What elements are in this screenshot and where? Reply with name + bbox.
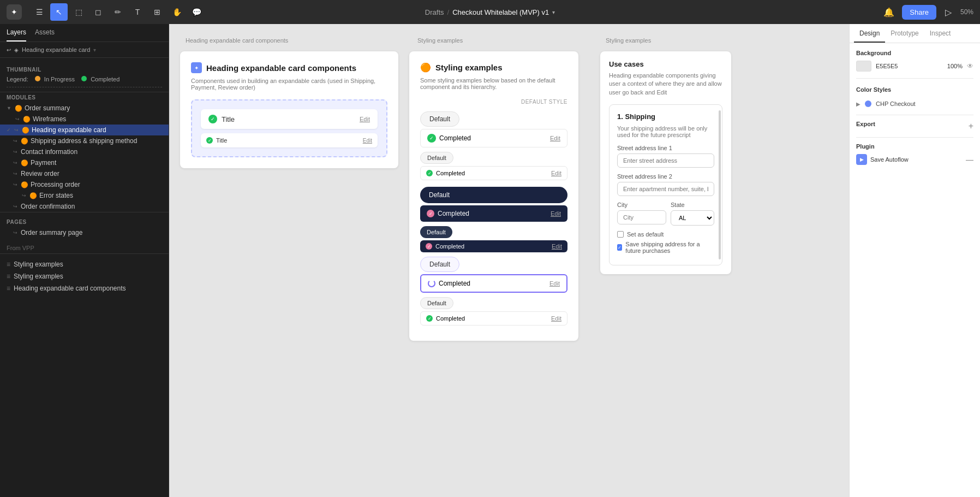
dark-completed-row-2: ✓ Completed Edit <box>420 240 567 252</box>
cursor-tool[interactable]: ↖ <box>50 3 68 21</box>
scrollbar[interactable] <box>719 110 721 259</box>
tab-layers[interactable]: Layers <box>7 28 26 42</box>
shape-tool[interactable]: ◻ <box>89 3 107 21</box>
hand-tool[interactable]: ✋ <box>168 3 186 21</box>
comp-title-text: Title <box>222 115 235 123</box>
chevron-down-icon[interactable]: ▾ <box>552 9 555 15</box>
edit-link-2[interactable]: Edit <box>551 170 561 176</box>
default-style-label: DEFAULT STYLE <box>521 99 567 105</box>
sidebar-item-payment[interactable]: ↪ 🟠 Payment <box>0 157 169 168</box>
street2-label: Street address line 2 <box>617 173 714 180</box>
tab-inspect[interactable]: Inspect <box>924 24 957 43</box>
sidebar-item-order-confirmation[interactable]: ↪ Order confirmation <box>0 201 169 212</box>
street1-input[interactable] <box>617 153 714 168</box>
save-address-checkbox[interactable] <box>617 244 622 251</box>
notification-icon[interactable]: 🔔 <box>880 3 898 21</box>
panel-tabs: Layers Assets <box>0 24 169 42</box>
sidebar-item-processing[interactable]: ↪ 🟠 Processing order <box>0 179 169 190</box>
check-icon: ✓ <box>208 115 217 123</box>
sidebar-item-wireframes[interactable]: ↪ 🟠 Wireframes <box>0 114 169 125</box>
frame-tool[interactable]: ⬚ <box>70 3 87 21</box>
breadcrumb-text[interactable]: Heading expandable card <box>22 46 90 53</box>
check-icon-1: ✓ <box>427 134 436 143</box>
state-select[interactable]: AL AK <box>671 210 714 226</box>
chp-color-dot <box>865 100 871 107</box>
present-button[interactable]: ▷ <box>941 4 956 20</box>
text-tool[interactable]: T <box>129 3 146 21</box>
page-item-heading-components[interactable]: ≡ Heading expandable card components <box>0 282 169 294</box>
plugin-row: ▶ Save Autoflow — <box>856 154 973 165</box>
dark-edit-link-2[interactable]: Edit <box>552 243 562 250</box>
from-vpp-label: From VPP <box>0 242 169 253</box>
zoom-level[interactable]: 50% <box>960 8 973 16</box>
remove-plugin-button[interactable]: — <box>966 155 973 164</box>
eye-icon[interactable]: 👁 <box>967 62 973 70</box>
edit-link-large[interactable]: Edit <box>360 116 370 122</box>
purple-edit-link[interactable]: Edit <box>549 280 560 287</box>
arrow-icon: ↪ <box>13 182 17 187</box>
tab-assets[interactable]: Assets <box>35 28 55 42</box>
tab-design[interactable]: Design <box>854 24 885 43</box>
dark-btn-small: Default <box>420 226 452 238</box>
edit-link-1[interactable]: Edit <box>550 135 560 141</box>
component-tool[interactable]: ⊞ <box>148 3 166 21</box>
page-item-styling-2[interactable]: ≡ Styling examples <box>0 270 169 282</box>
plugin-section: Plugin ▶ Save Autoflow — <box>856 143 973 165</box>
completed-text-3: Completed <box>436 315 465 322</box>
toolbar: ✦ ☰ ↖ ⬚ ◻ ✏ T ⊞ ✋ 💬 Drafts / Checkout Wh… <box>0 0 980 24</box>
sidebar-item-contact[interactable]: ↪ Contact information <box>0 146 169 157</box>
light-default-btn-2: Default <box>420 297 453 309</box>
page-item-styling-1[interactable]: ≡ Styling examples <box>0 258 169 270</box>
city-input[interactable] <box>617 210 666 224</box>
expand-arrow-icon[interactable]: ▶ <box>856 101 861 107</box>
frame3: Use cases Heading expandable components … <box>600 51 731 274</box>
style-row-5: Default Completed Edit <box>420 257 567 293</box>
set-default-checkbox[interactable] <box>617 231 624 238</box>
sidebar-item-order-summary-page[interactable]: ↪ Order summary page <box>0 227 169 238</box>
arrow-icon: ↪ <box>22 193 26 198</box>
sidebar-item-error-states[interactable]: ↪ 🟠 Error states <box>0 190 169 201</box>
completed-row-2: ✓ Completed Edit <box>420 166 567 180</box>
bottom-pages: ≡ Styling examples ≡ Styling examples ≡ … <box>0 253 169 294</box>
shipping-section: 1. Shipping Your shipping address will b… <box>609 104 722 265</box>
frame1: ✦ Heading expandable card components Com… <box>180 51 398 168</box>
frame2-label: Styling examples <box>417 35 463 45</box>
sidebar-item-review[interactable]: ↪ Review order <box>0 168 169 179</box>
file-name[interactable]: Checkout Whitelabel (MVP) v1 <box>452 8 549 16</box>
edit-link-3[interactable]: Edit <box>551 315 561 322</box>
arrow-icon: ↪ <box>14 127 19 133</box>
plugin-title: Plugin <box>856 143 973 150</box>
save-address-row: Save shipping address for a future purch… <box>617 241 714 254</box>
menu-tool[interactable]: ☰ <box>31 3 48 21</box>
app-logo[interactable]: ✦ <box>7 4 22 20</box>
default-btn-1: Default <box>420 111 459 127</box>
sidebar-item-order-summary[interactable]: ▼ 🟠 Order summary <box>0 103 169 114</box>
style-row-3: Default ✓ Completed Edit <box>420 187 567 222</box>
right-panel-tabs: Design Prototype Inspect <box>850 24 980 43</box>
edit-link-small[interactable]: Edit <box>363 138 372 144</box>
add-export-button[interactable]: + <box>969 121 973 131</box>
comp-row-small: ✓ Title Edit <box>201 133 378 147</box>
street1-label: Street address line 1 <box>617 145 714 151</box>
background-color-swatch[interactable] <box>856 61 871 72</box>
dark-edit-link-1[interactable]: Edit <box>551 210 561 217</box>
street2-input[interactable] <box>617 182 714 196</box>
pen-tool[interactable]: ✏ <box>109 3 127 21</box>
background-color-value: E5E5E5 <box>876 63 943 69</box>
sidebar-item-heading-expandable-card[interactable]: ✓ ↪ 🟠 Heading expandable card <box>0 125 169 135</box>
canvas-area[interactable]: Heading expandable card components ✦ Hea… <box>169 24 849 497</box>
thumbnail-legend: Legend: In Progress Completed <box>7 76 162 82</box>
completed-row-1: ✓ Completed Edit <box>420 129 567 147</box>
dark-style-section: Default ✓ Completed Edit Defau <box>420 187 567 252</box>
sidebar-item-shipping[interactable]: ↪ 🟠 Shipping address & shipping method <box>0 135 169 146</box>
color-styles-group: CHP Checkout <box>876 100 916 107</box>
breadcrumb-chevron-icon: ▾ <box>93 47 96 53</box>
default-btn-2: Default <box>420 152 453 164</box>
completed-legend: Completed <box>81 76 119 82</box>
city-label: City <box>617 202 666 208</box>
style-row-1: Default ✓ Completed Edit <box>420 111 567 147</box>
background-section-title: Background <box>856 50 973 56</box>
share-button[interactable]: Share <box>902 5 936 20</box>
comment-tool[interactable]: 💬 <box>188 3 205 21</box>
tab-prototype[interactable]: Prototype <box>885 24 924 43</box>
